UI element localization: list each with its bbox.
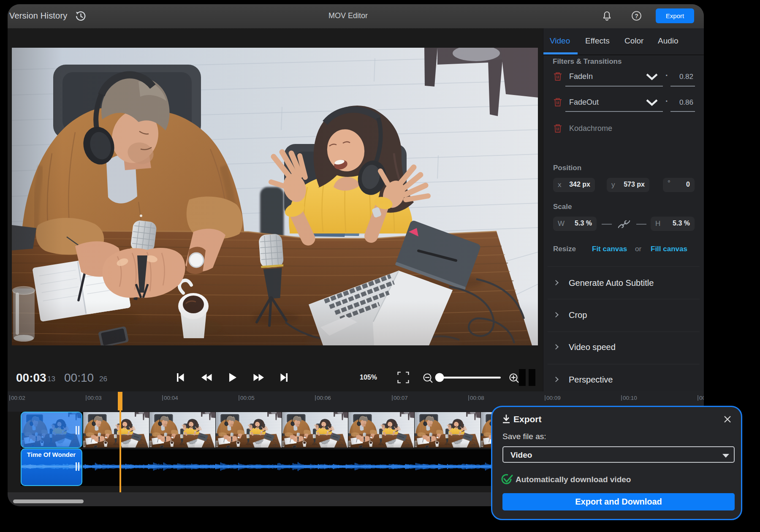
svg-text:?: ? [635,13,638,19]
